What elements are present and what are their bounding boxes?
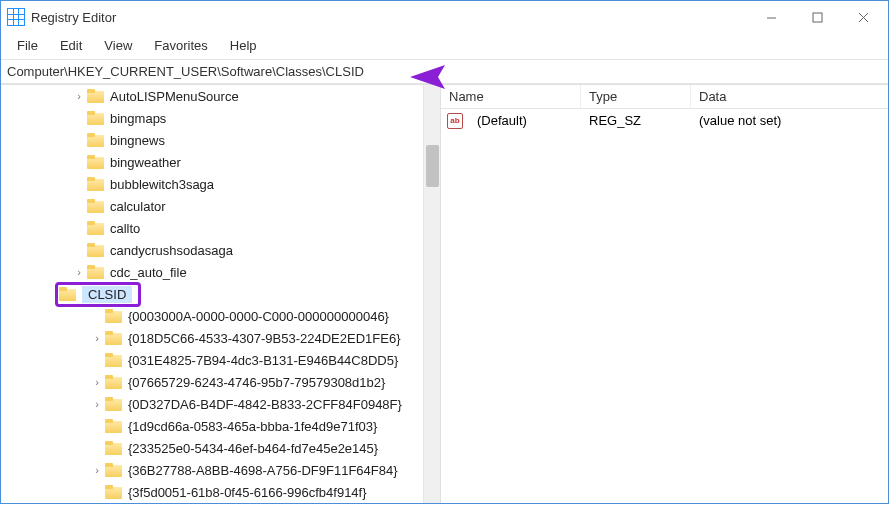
tree-label: {0D327DA6-B4DF-4842-B833-2CFF84F0948F} (128, 397, 402, 412)
tree-label: {233525e0-5434-46ef-b464-fd7e45e2e145} (128, 441, 378, 456)
col-header-name[interactable]: Name (441, 85, 581, 108)
tree-item[interactable]: ›{018D5C66-4533-4307-9B53-224DE2ED1FE6} (1, 327, 440, 349)
tree-label: bingweather (110, 155, 181, 170)
folder-icon (87, 221, 104, 235)
folder-icon (105, 375, 122, 389)
tree-label: {07665729-6243-4746-95b7-79579308d1b2} (128, 375, 385, 390)
tree-item[interactable]: ›cdc_auto_file (1, 261, 440, 283)
minimize-button[interactable] (748, 2, 794, 32)
tree-item[interactable]: ›AutoLISPMenuSource (1, 85, 440, 107)
tree-label: bingnews (110, 133, 165, 148)
close-button[interactable] (840, 2, 886, 32)
tree-item[interactable]: {031E4825-7B94-4dc3-B131-E946B44C8DD5} (1, 349, 440, 371)
tree-label: callto (110, 221, 140, 236)
tree-label: {031E4825-7B94-4dc3-B131-E946B44C8DD5} (128, 353, 398, 368)
tree-label: candycrushsodasaga (110, 243, 233, 258)
tree-item[interactable]: ›{0D327DA6-B4DF-4842-B833-2CFF84F0948F} (1, 393, 440, 415)
tree-item[interactable]: bubblewitch3saga (1, 173, 440, 195)
tree-item[interactable]: {233525e0-5434-46ef-b464-fd7e45e2e145} (1, 437, 440, 459)
menu-favorites[interactable]: Favorites (144, 36, 217, 55)
titlebar: Registry Editor (1, 1, 888, 33)
tree-pane: ›AutoLISPMenuSourcebingmapsbingnewsbingw… (1, 85, 441, 503)
tree-item[interactable]: {3f5d0051-61b8-0f45-6166-996cfb4f914f} (1, 481, 440, 503)
col-header-data[interactable]: Data (691, 85, 888, 108)
value-row[interactable]: ab (Default) REG_SZ (value not set) (441, 109, 888, 132)
maximize-button[interactable] (794, 2, 840, 32)
menu-edit[interactable]: Edit (50, 36, 92, 55)
window-controls (748, 2, 886, 32)
tree-item[interactable]: bingmaps (1, 107, 440, 129)
folder-icon (87, 177, 104, 191)
folder-icon (59, 287, 76, 301)
menu-help[interactable]: Help (220, 36, 267, 55)
registry-editor-window: Registry Editor File Edit View Favorites… (0, 0, 889, 504)
folder-icon (105, 441, 122, 455)
tree-label: bingmaps (110, 111, 166, 126)
chevron-right-icon[interactable]: › (91, 398, 103, 410)
col-header-type[interactable]: Type (581, 85, 691, 108)
tree-label: {0003000A-0000-0000-C000-000000000046} (128, 309, 389, 324)
regedit-icon (7, 8, 25, 26)
chevron-right-icon[interactable]: › (91, 464, 103, 476)
chevron-right-icon[interactable]: › (91, 332, 103, 344)
tree-label: {018D5C66-4533-4307-9B53-224DE2ED1FE6} (128, 331, 400, 346)
tree-item[interactable]: CLSID (1, 283, 440, 305)
tree-label: bubblewitch3saga (110, 177, 214, 192)
value-name: (Default) (469, 111, 581, 130)
tree-item[interactable]: ›{07665729-6243-4746-95b7-79579308d1b2} (1, 371, 440, 393)
svg-rect-1 (813, 13, 822, 22)
tree-item[interactable]: {1d9cd66a-0583-465a-bbba-1fe4d9e71f03} (1, 415, 440, 437)
tree-item[interactable]: {0003000A-0000-0000-C000-000000000046} (1, 305, 440, 327)
folder-icon (87, 89, 104, 103)
chevron-right-icon[interactable]: › (73, 266, 85, 278)
menu-file[interactable]: File (7, 36, 48, 55)
folder-icon (87, 155, 104, 169)
tree-item[interactable]: callto (1, 217, 440, 239)
tree-label: {1d9cd66a-0583-465a-bbba-1fe4d9e71f03} (128, 419, 377, 434)
folder-icon (87, 243, 104, 257)
folder-icon (87, 199, 104, 213)
folder-icon (105, 419, 122, 433)
tree-item[interactable]: ›{36B27788-A8BB-4698-A756-DF9F11F64F84} (1, 459, 440, 481)
list-header: Name Type Data (441, 85, 888, 109)
value-type: REG_SZ (581, 111, 691, 130)
chevron-right-icon[interactable]: › (73, 90, 85, 102)
value-data: (value not set) (691, 111, 789, 130)
folder-icon (105, 397, 122, 411)
tree-label: calculator (110, 199, 166, 214)
tree-scrollbar[interactable] (423, 85, 440, 503)
tree-item[interactable]: bingnews (1, 129, 440, 151)
folder-icon (87, 111, 104, 125)
scrollbar-thumb[interactable] (426, 145, 439, 187)
address-bar[interactable]: Computer\HKEY_CURRENT_USER\Software\Clas… (1, 59, 888, 84)
folder-icon (105, 353, 122, 367)
folder-icon (105, 331, 122, 345)
selected-highlight: CLSID (55, 282, 141, 307)
chevron-right-icon[interactable]: › (91, 376, 103, 388)
tree-label: cdc_auto_file (110, 265, 187, 280)
window-title: Registry Editor (31, 10, 116, 25)
folder-icon (105, 463, 122, 477)
tree-item[interactable]: candycrushsodasaga (1, 239, 440, 261)
folder-icon (105, 309, 122, 323)
tree-item[interactable]: bingweather (1, 151, 440, 173)
tree-label: {3f5d0051-61b8-0f45-6166-996cfb4f914f} (128, 485, 367, 500)
tree-label: {36B27788-A8BB-4698-A756-DF9F11F64F84} (128, 463, 398, 478)
menu-bar: File Edit View Favorites Help (1, 33, 888, 59)
folder-icon (87, 133, 104, 147)
string-value-icon: ab (447, 113, 463, 129)
content-area: ›AutoLISPMenuSourcebingmapsbingnewsbingw… (1, 84, 888, 503)
tree-item[interactable]: calculator (1, 195, 440, 217)
folder-icon (87, 265, 104, 279)
folder-icon (105, 485, 122, 499)
tree-label: CLSID (82, 286, 132, 303)
address-text: Computer\HKEY_CURRENT_USER\Software\Clas… (7, 64, 364, 79)
values-pane: Name Type Data ab (Default) REG_SZ (valu… (441, 85, 888, 503)
menu-view[interactable]: View (94, 36, 142, 55)
tree-label: AutoLISPMenuSource (110, 89, 239, 104)
